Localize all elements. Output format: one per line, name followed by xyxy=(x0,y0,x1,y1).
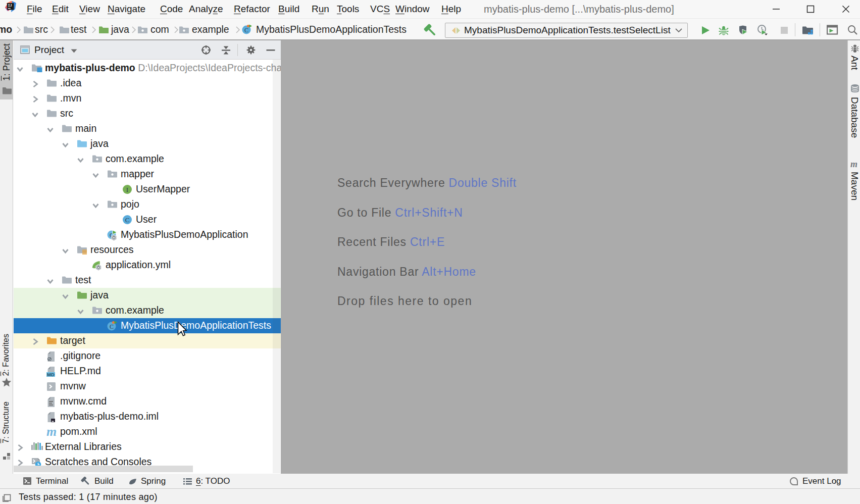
svg-text:m: m xyxy=(46,427,57,438)
svg-text:m: m xyxy=(850,160,857,169)
svg-text:C: C xyxy=(244,27,248,34)
svg-text:C: C xyxy=(125,216,130,224)
svg-text:C: C xyxy=(110,323,114,330)
svg-text:I: I xyxy=(126,186,128,193)
svg-text:MD: MD xyxy=(47,372,55,377)
svg-text:IJ: IJ xyxy=(8,4,12,8)
